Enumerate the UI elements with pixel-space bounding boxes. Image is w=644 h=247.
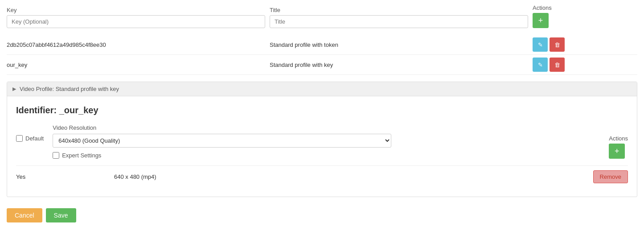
expert-settings-checkbox[interactable] [53,152,59,159]
key-input[interactable] [7,15,265,28]
top-actions-group: Actions + [533,4,552,28]
expert-settings-group: Expert Settings [53,152,600,159]
title-input[interactable] [270,15,528,28]
trash-icon: 🗑 [554,41,560,48]
resolution-group: Video Resolution 640x480 (Good Quality) … [53,124,600,159]
identifier-title: Identifier: _our_key [16,105,628,115]
plus-icon: + [538,16,543,25]
plus-icon: + [615,147,619,156]
remove-button[interactable]: Remove [593,170,628,183]
row-actions: ✎ 🗑 [533,37,565,52]
row-actions: ✎ 🗑 [533,58,565,72]
resolution-select[interactable]: 640x480 (Good Quality) 320x240 (Low Qual… [53,134,391,148]
sub-panel: ▶ Video Profile: Standard profile with k… [7,82,637,197]
main-container: Key Title Actions + 2db205c07abbf4612a49… [0,0,644,247]
resolution-label: Video Resolution [53,124,600,131]
default-checkbox[interactable] [16,135,23,142]
table-row: 2db205c07abbf4612a49d985c4f8ee30 Standar… [7,35,637,55]
title-label: Title [270,7,528,13]
default-check-group: Default [16,124,44,142]
sub-panel-title: Video Profile: Standard profile with key [20,86,119,92]
inner-form-header: Default Video Resolution 640x480 (Good Q… [16,124,628,159]
inner-actions-label: Actions [609,135,628,142]
add-profile-button[interactable]: + [533,13,549,28]
sub-panel-body: Identifier: _our_key Default Video Resol… [7,96,637,197]
key-form-group: Key [7,7,265,28]
row-title: Standard profile with token [270,41,528,48]
sub-panel-header: ▶ Video Profile: Standard profile with k… [7,82,637,96]
top-form: Key Title Actions + [7,4,637,28]
actions-label: Actions [533,4,552,11]
edit-button[interactable]: ✎ [533,37,548,52]
title-form-group: Title [270,7,528,28]
inner-actions-group: Actions + [609,124,628,159]
key-label: Key [7,7,265,13]
expert-settings-label: Expert Settings [62,152,101,159]
row-key: 2db205c07abbf4612a49d985c4f8ee30 [7,41,265,48]
profiles-list: 2db205c07abbf4612a49d985c4f8ee30 Standar… [7,35,637,75]
pencil-icon: ✎ [538,41,543,48]
default-label: Default [25,135,44,142]
pencil-icon: ✎ [538,62,543,68]
table-row: our_key Standard profile with key ✎ 🗑 [7,55,637,75]
delete-button[interactable]: 🗑 [550,58,565,72]
add-resolution-button[interactable]: + [609,144,625,159]
inner-row-resolution: 640 x 480 (mp4) [114,173,584,180]
collapse-arrow-icon: ▶ [12,86,16,92]
row-key: our_key [7,62,265,68]
save-button[interactable]: Save [46,208,76,222]
row-title: Standard profile with key [270,62,528,68]
bottom-actions: Cancel Save [7,204,637,227]
cancel-button[interactable]: Cancel [7,208,42,222]
edit-button[interactable]: ✎ [533,58,548,72]
delete-button[interactable]: 🗑 [550,37,565,52]
inner-row-default: Yes [16,173,105,180]
trash-icon: 🗑 [554,62,560,68]
inner-table-row: Yes 640 x 480 (mp4) Remove [16,165,628,188]
inner-row-remove: Remove [593,170,628,183]
